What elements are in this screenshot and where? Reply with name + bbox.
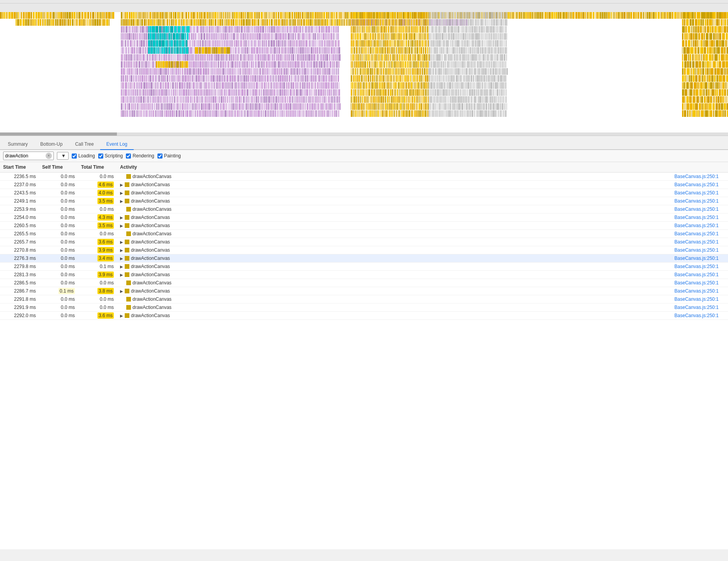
filter-dropdown[interactable]: ▼	[57, 152, 69, 160]
activity-name: drawActionCanvas	[131, 198, 673, 204]
source-link[interactable]: BaseCanvas.js:250:1	[675, 174, 719, 179]
start-time-cell: 2260.5 ms	[0, 222, 39, 230]
expand-arrow-icon[interactable]: ▶	[120, 199, 123, 203]
source-link[interactable]: BaseCanvas.js:250:1	[675, 305, 719, 310]
total-time-cell: 3.8 ms	[78, 287, 117, 295]
tab-call-tree[interactable]: Call Tree	[69, 139, 100, 150]
table-row[interactable]: 2291.9 ms0.0 ms0.0 msdrawActionCanvasBas…	[0, 303, 728, 312]
tab-summary[interactable]: Summary	[2, 139, 34, 150]
activity-cell: ▶drawActionCanvasBaseCanvas.js:250:1	[117, 222, 728, 230]
expand-arrow-icon[interactable]: ▶	[120, 256, 123, 261]
source-link[interactable]: BaseCanvas.js:250:1	[675, 215, 719, 220]
table-row[interactable]: 2253.9 ms0.0 ms0.0 msdrawActionCanvasBas…	[0, 205, 728, 213]
table-row[interactable]: 2270.8 ms0.0 ms3.9 ms▶drawActionCanvasBa…	[0, 246, 728, 254]
activity-cell: drawActionCanvasBaseCanvas.js:250:1	[117, 279, 728, 287]
self-time-cell: 0.0 ms	[39, 189, 78, 197]
activity-icon	[125, 191, 129, 195]
col-activity: Activity	[117, 162, 728, 173]
total-time-cell: 0.0 ms	[78, 295, 117, 303]
activity-cell: drawActionCanvasBaseCanvas.js:250:1	[117, 295, 728, 303]
activity-cell: ▶drawActionCanvasBaseCanvas.js:250:1	[117, 213, 728, 222]
activity-cell: ▶drawActionCanvasBaseCanvas.js:250:1	[117, 238, 728, 246]
total-time-cell: 3.9 ms	[78, 271, 117, 279]
table-row[interactable]: 2254.0 ms0.0 ms4.3 ms▶drawActionCanvasBa…	[0, 213, 728, 222]
source-link[interactable]: BaseCanvas.js:250:1	[675, 288, 719, 294]
rendering-checkbox[interactable]	[126, 153, 131, 159]
table-row[interactable]: 2292.0 ms0.0 ms3.6 ms▶drawActionCanvasBa…	[0, 312, 728, 320]
painting-checkbox[interactable]	[157, 153, 163, 159]
table-body: 2236.5 ms0.0 ms0.0 msdrawActionCanvasBas…	[0, 173, 728, 320]
tab-bar: SummaryBottom-UpCall TreeEvent Log	[0, 136, 728, 150]
activity-cell: ▶drawActionCanvasBaseCanvas.js:250:1	[117, 246, 728, 254]
source-link[interactable]: BaseCanvas.js:250:1	[675, 264, 719, 269]
expand-arrow-icon[interactable]: ▶	[120, 265, 123, 269]
clear-search-button[interactable]: ×	[46, 153, 52, 159]
table-row[interactable]: 2291.8 ms0.0 ms0.0 msdrawActionCanvasBas…	[0, 295, 728, 303]
source-link[interactable]: BaseCanvas.js:250:1	[675, 239, 719, 245]
expand-arrow-icon[interactable]: ▶	[120, 224, 123, 228]
source-link[interactable]: BaseCanvas.js:250:1	[675, 280, 719, 286]
scripting-checkbox[interactable]	[98, 153, 103, 159]
flame-chart[interactable]	[0, 4, 728, 136]
source-link[interactable]: BaseCanvas.js:250:1	[675, 182, 719, 187]
table-row[interactable]: 2279.8 ms0.0 ms0.1 ms▶drawActionCanvasBa…	[0, 263, 728, 271]
filter-loading[interactable]: Loading	[72, 153, 95, 159]
self-time-cell: 0.0 ms	[39, 246, 78, 254]
source-link[interactable]: BaseCanvas.js:250:1	[675, 223, 719, 228]
table-row[interactable]: 2281.3 ms0.0 ms3.9 ms▶drawActionCanvasBa…	[0, 271, 728, 279]
search-input[interactable]	[5, 153, 44, 159]
self-time-cell: 0.0 ms	[39, 222, 78, 230]
table-row[interactable]: 2260.5 ms0.0 ms3.5 ms▶drawActionCanvasBa…	[0, 222, 728, 230]
total-time-cell: 3.9 ms	[78, 246, 117, 254]
table-row[interactable]: 2249.1 ms0.0 ms3.5 ms▶drawActionCanvasBa…	[0, 197, 728, 205]
expand-arrow-icon[interactable]: ▶	[120, 248, 123, 252]
activity-name: drawActionCanvas	[131, 288, 673, 294]
filter-rendering[interactable]: Rendering	[126, 153, 154, 159]
table-row[interactable]: 2237.0 ms0.0 ms4.6 ms▶drawActionCanvasBa…	[0, 181, 728, 189]
expand-arrow-icon[interactable]: ▶	[120, 289, 123, 293]
source-link[interactable]: BaseCanvas.js:250:1	[675, 272, 719, 277]
activity-icon	[125, 264, 129, 269]
source-link[interactable]: BaseCanvas.js:250:1	[675, 313, 719, 318]
table-row[interactable]: 2286.5 ms0.0 ms0.0 msdrawActionCanvasBas…	[0, 279, 728, 287]
table-row[interactable]: 2276.3 ms0.0 ms3.4 ms▶drawActionCanvasBa…	[0, 254, 728, 263]
source-link[interactable]: BaseCanvas.js:250:1	[675, 247, 719, 253]
source-link[interactable]: BaseCanvas.js:250:1	[675, 190, 719, 196]
table-row[interactable]: 2243.5 ms0.0 ms4.0 ms▶drawActionCanvasBa…	[0, 189, 728, 197]
self-time-cell: 0.0 ms	[39, 263, 78, 271]
table-row[interactable]: 2236.5 ms0.0 ms0.0 msdrawActionCanvasBas…	[0, 173, 728, 181]
self-time-cell: 0.0 ms	[39, 238, 78, 246]
source-link[interactable]: BaseCanvas.js:250:1	[675, 206, 719, 212]
filter-bar: × ▼ Loading Scripting Rendering Painting	[0, 150, 728, 162]
source-link[interactable]: BaseCanvas.js:250:1	[675, 231, 719, 236]
expand-arrow-icon[interactable]: ▶	[120, 191, 123, 195]
table-row[interactable]: 2286.7 ms0.1 ms3.8 ms▶drawActionCanvasBa…	[0, 287, 728, 295]
filter-scripting[interactable]: Scripting	[98, 153, 123, 159]
expand-arrow-icon[interactable]: ▶	[120, 314, 123, 318]
self-time-cell: 0.0 ms	[39, 254, 78, 263]
tab-bottom-up[interactable]: Bottom-Up	[34, 139, 69, 150]
activity-icon	[125, 199, 129, 203]
total-time-cell: 0.0 ms	[78, 279, 117, 287]
source-link[interactable]: BaseCanvas.js:250:1	[675, 256, 719, 261]
self-time-cell: 0.0 ms	[39, 271, 78, 279]
expand-arrow-icon[interactable]: ▶	[120, 273, 123, 277]
expand-arrow-icon[interactable]: ▶	[120, 240, 123, 244]
self-time-cell: 0.1 ms	[39, 287, 78, 295]
start-time-cell: 2253.9 ms	[0, 205, 39, 213]
expand-arrow-icon[interactable]: ▶	[120, 215, 123, 220]
filter-painting[interactable]: Painting	[157, 153, 181, 159]
start-time-cell: 2270.8 ms	[0, 246, 39, 254]
loading-checkbox[interactable]	[72, 153, 77, 159]
start-time-cell: 2286.7 ms	[0, 287, 39, 295]
table-row[interactable]: 2265.5 ms0.0 ms0.0 msdrawActionCanvasBas…	[0, 230, 728, 238]
activity-cell: drawActionCanvasBaseCanvas.js:250:1	[117, 205, 728, 213]
source-link[interactable]: BaseCanvas.js:250:1	[675, 198, 719, 204]
search-box[interactable]: ×	[3, 152, 54, 160]
expand-arrow-icon[interactable]: ▶	[120, 183, 123, 187]
activity-cell: drawActionCanvasBaseCanvas.js:250:1	[117, 173, 728, 181]
tab-event-log[interactable]: Event Log	[100, 139, 134, 150]
source-link[interactable]: BaseCanvas.js:250:1	[675, 296, 719, 302]
table-row[interactable]: 2265.7 ms0.0 ms3.6 ms▶drawActionCanvasBa…	[0, 238, 728, 246]
start-time-cell: 2286.5 ms	[0, 279, 39, 287]
